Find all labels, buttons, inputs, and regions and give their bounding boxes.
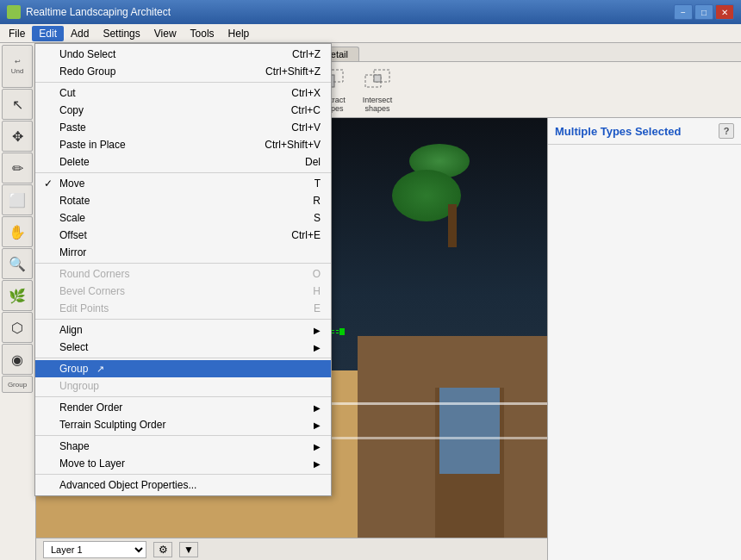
menu-paste-in-place-label: Paste in Place <box>59 139 126 151</box>
edit-dropdown: Undo Select Ctrl+Z Redo Group Ctrl+Shift… <box>34 43 332 496</box>
menu-align-arrow: ▶ <box>314 326 321 335</box>
menu-paste[interactable]: Paste Ctrl+V <box>35 119 331 136</box>
menu-delete[interactable]: Delete Del <box>35 153 331 171</box>
menu-edit-points-label: Edit Points <box>59 302 109 314</box>
menu-redo-group[interactable]: Redo Group Ctrl+Shift+Z <box>35 63 331 80</box>
menu-align-label: Align <box>59 324 83 336</box>
separator-8 <box>35 474 331 475</box>
tool-group-label[interactable]: Group <box>2 376 33 393</box>
right-panel-header: Multiple Types Selected ? <box>548 118 741 145</box>
cursor-indicator: ↗ <box>97 364 104 375</box>
menu-settings[interactable]: Settings <box>96 26 146 41</box>
menu-mirror-label: Mirror <box>59 246 86 258</box>
help-button[interactable]: ? <box>719 123 734 139</box>
tool-plant[interactable]: 🌿 <box>2 280 33 311</box>
menu-advanced-properties[interactable]: Advanced Object Properties... <box>35 476 331 494</box>
intersect-shapes-button[interactable]: Intersect shapes <box>356 65 399 114</box>
app-title: Realtime Landscaping Architect <box>26 6 674 18</box>
menu-round-corners-shortcut: O <box>296 268 321 280</box>
menu-paste-shortcut: Ctrl+V <box>274 121 321 134</box>
menu-add[interactable]: Add <box>64 26 96 41</box>
menu-edit-points-shortcut: E <box>296 302 321 314</box>
menu-delete-label: Delete <box>59 156 90 168</box>
menu-scale-label: Scale <box>59 212 85 224</box>
menu-undo-select[interactable]: Undo Select Ctrl+Z <box>35 46 331 63</box>
menu-select-label: Select <box>59 341 88 353</box>
menu-select[interactable]: Select ▶ <box>35 339 331 356</box>
separator-5 <box>35 358 331 358</box>
menu-tools[interactable]: Tools <box>184 26 221 41</box>
layer-select[interactable]: Layer 1 <box>43 541 146 558</box>
app-icon <box>7 5 21 19</box>
menu-advanced-properties-label: Advanced Object Properties... <box>59 479 196 491</box>
svg-rect-6 <box>374 75 381 82</box>
close-button[interactable]: ✕ <box>715 4 734 20</box>
menu-undo-select-label: Undo Select <box>59 48 115 60</box>
menu-help[interactable]: Help <box>221 26 257 41</box>
tool-zoom[interactable]: 🔍 <box>2 248 33 279</box>
layer-settings-button[interactable]: ⚙ <box>153 542 172 557</box>
menu-render-order-arrow: ▶ <box>314 403 321 413</box>
right-panel: Multiple Types Selected ? <box>547 118 741 560</box>
menu-move[interactable]: ✓ Move T <box>35 175 331 192</box>
menu-view[interactable]: View <box>147 26 184 41</box>
panel-title: Multiple Types Selected <box>555 125 681 138</box>
menu-edit[interactable]: Edit <box>32 26 64 41</box>
intersect-shapes-icon <box>364 66 391 94</box>
menu-shape-label: Shape <box>59 440 90 452</box>
undo-icon: ↩ <box>15 58 21 65</box>
menu-bevel-corners-label: Bevel Corners <box>59 285 125 297</box>
menu-bevel-corners-shortcut: H <box>296 285 321 297</box>
menu-edit-points: Edit Points E <box>35 300 331 317</box>
menu-render-order[interactable]: Render Order ▶ <box>35 399 331 416</box>
minimize-button[interactable]: − <box>674 4 693 20</box>
menu-move-label: Move <box>59 177 84 190</box>
undo-label: Und <box>11 67 24 75</box>
menu-round-corners: Round Corners O <box>35 265 331 283</box>
menu-cut-label: Cut <box>59 87 76 99</box>
menu-cut[interactable]: Cut Ctrl+X <box>35 84 331 102</box>
menu-cut-shortcut: Ctrl+X <box>274 87 321 99</box>
menu-shape[interactable]: Shape ▶ <box>35 438 331 455</box>
left-toolbar: ↩ Und ↖ ✥ ✏ ⬜ ✋ 🔍 🌿 ⬡ ◉ Group <box>0 43 36 560</box>
separator-6 <box>35 396 331 397</box>
separator-7 <box>35 435 331 436</box>
window-controls: − □ ✕ <box>674 4 734 20</box>
menu-ungroup-label: Ungroup <box>59 380 99 392</box>
tool-pan[interactable]: ✋ <box>2 216 33 247</box>
tool-draw[interactable]: ✏ <box>2 152 33 184</box>
tool-shape[interactable]: ⬜ <box>2 184 33 215</box>
separator-2 <box>35 172 331 173</box>
undo-button[interactable]: ↩ Und <box>2 45 33 88</box>
menu-copy-shortcut: Ctrl+C <box>274 104 321 116</box>
tool-select[interactable]: ↖ <box>2 89 33 120</box>
menu-rotate[interactable]: Rotate R <box>35 192 331 209</box>
menu-paste-in-place-shortcut: Ctrl+Shift+V <box>247 139 321 151</box>
menu-terrain-sculpting-arrow: ▶ <box>314 420 321 430</box>
menu-group[interactable]: Group ↗ <box>35 360 331 377</box>
menu-offset-shortcut: Ctrl+E <box>274 229 321 241</box>
tool-structure[interactable]: ⬡ <box>2 312 33 343</box>
menu-file[interactable]: File <box>2 26 32 41</box>
menu-move-check: ✓ <box>44 177 53 190</box>
menu-mirror[interactable]: Mirror <box>35 244 331 261</box>
menu-redo-group-shortcut: Ctrl+Shift+Z <box>248 65 321 78</box>
separator-4 <box>35 319 331 320</box>
menu-terrain-sculpting[interactable]: Terrain Sculpting Order ▶ <box>35 416 331 433</box>
menu-scale[interactable]: Scale S <box>35 209 331 227</box>
intersect-shapes-label: Intersect shapes <box>358 96 397 113</box>
menu-copy-label: Copy <box>59 104 84 116</box>
menu-paste-in-place[interactable]: Paste in Place Ctrl+Shift+V <box>35 136 331 153</box>
bottom-bar: Layer 1 ⚙ ▼ <box>36 538 547 560</box>
menubar: File Edit Add Settings View Tools Help <box>0 24 741 43</box>
menu-shape-arrow: ▶ <box>314 442 321 451</box>
menu-copy[interactable]: Copy Ctrl+C <box>35 102 331 119</box>
menu-rotate-shortcut: R <box>296 195 321 207</box>
menu-align[interactable]: Align ▶ <box>35 321 331 339</box>
tool-move[interactable]: ✥ <box>2 121 33 152</box>
tool-extra[interactable]: ◉ <box>2 344 33 375</box>
maximize-button[interactable]: □ <box>694 4 713 20</box>
menu-offset[interactable]: Offset Ctrl+E <box>35 227 331 244</box>
menu-move-to-layer[interactable]: Move to Layer ▶ <box>35 455 331 472</box>
layer-down-button[interactable]: ▼ <box>179 542 198 557</box>
